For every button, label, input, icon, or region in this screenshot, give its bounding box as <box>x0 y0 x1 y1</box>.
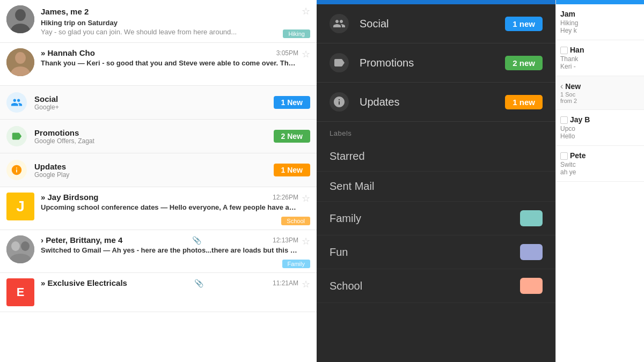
star-hannah[interactable]: ☆ <box>302 48 310 60</box>
sender-name-jay: » Jay Birdsong <box>41 193 99 202</box>
email-header-james: James, me 2 ☆ <box>41 5 310 17</box>
label-family-color <box>520 210 543 226</box>
label-icon <box>11 130 23 142</box>
mid-social-badge: 1 new <box>505 17 543 31</box>
star-jay[interactable]: ☆ <box>302 193 310 204</box>
social-category-sub: Google+ <box>34 104 274 111</box>
svg-point-8 <box>21 241 30 251</box>
right-sender-hannah: Han <box>570 46 584 54</box>
updates-new-badge: 1 New <box>274 164 310 176</box>
label-fun-color <box>520 244 543 260</box>
email-item-jay[interactable]: J » Jay Birdsong 12:26PM Upcoming school… <box>0 187 317 230</box>
tag-family-peter: Family <box>282 260 310 268</box>
middle-panel-header <box>317 0 555 4</box>
email-header-jay: » Jay Birdsong 12:26PM <box>41 193 298 202</box>
sender-name-hannah: » Hannah Cho <box>41 48 95 57</box>
mid-category-updates[interactable]: Updates 1 new <box>317 83 555 122</box>
checkbox-jay[interactable] <box>560 116 568 124</box>
category-info-updates: Updates Google Play <box>34 162 274 179</box>
chevron-left-icon: ‹ <box>560 82 563 91</box>
right-email-james[interactable]: Jam Hiking Hey k <box>556 4 644 40</box>
category-row-social[interactable]: Social Google+ 1 New <box>0 86 317 120</box>
mid-label-icon <box>333 56 346 69</box>
info-icon <box>11 164 23 176</box>
email-content-hannah: » Hannah Cho 3:05PM Thank you — Keri - s… <box>41 48 298 68</box>
promotions-category-icon <box>6 126 27 146</box>
label-fun[interactable]: Fun <box>317 235 555 269</box>
updates-category-name: Updates <box>34 162 274 171</box>
email-header-exclusive: » Exclusive Electricals 📎 11:21AM <box>41 278 298 287</box>
avatar-jay: J <box>6 193 34 220</box>
social-category-name: Social <box>34 94 274 104</box>
sender-name-james: James, me 2 <box>41 7 89 16</box>
label-school-name: School <box>330 280 520 292</box>
tag-hiking: Hiking <box>283 29 310 38</box>
mid-promotions-badge: 2 new <box>505 56 543 70</box>
updates-category-sub: Google Play <box>34 171 274 179</box>
svg-point-1 <box>15 9 26 21</box>
mid-updates-icon <box>330 92 349 112</box>
avatar-james <box>6 5 34 33</box>
people-icon <box>11 97 23 108</box>
email-item-james[interactable]: James, me 2 ☆ Hiking trip on Saturday Ya… <box>0 0 317 43</box>
category-row-updates[interactable]: Updates Google Play 1 New <box>0 153 317 187</box>
right-email-jay[interactable]: Jay B Upco Hello <box>556 110 644 146</box>
label-school[interactable]: School <box>317 269 555 303</box>
social-new-badge: 1 New <box>274 96 310 109</box>
category-info-promotions: Promotions Google Offers, Zagat <box>34 128 274 145</box>
label-school-color <box>520 278 543 294</box>
social-category-icon <box>6 92 27 113</box>
sender-name-peter: › Peter, Brittany, me 4 <box>41 235 122 245</box>
category-row-promotions[interactable]: Promotions Google Offers, Zagat 2 New <box>0 120 317 153</box>
right-new-label: New <box>565 82 581 91</box>
email-item-peter[interactable]: › Peter, Brittany, me 4 📎 12:13PM Switch… <box>0 230 317 273</box>
checkbox-peter[interactable] <box>560 152 568 160</box>
label-fun-name: Fun <box>330 246 520 258</box>
mid-promotions-name: Promotions <box>360 57 505 69</box>
right-new-section[interactable]: ‹ New 1 Soc from 2 <box>556 76 644 110</box>
label-starred[interactable]: Starred <box>317 142 555 172</box>
checkbox-hannah[interactable] <box>560 47 568 54</box>
email-content-james: James, me 2 ☆ Hiking trip on Saturday Ya… <box>41 5 310 36</box>
email-item-exclusive[interactable]: E » Exclusive Electricals 📎 11:21AM ☆ <box>0 273 317 312</box>
subject-peter: Switched to Gmail — Ah yes - here are th… <box>41 246 298 254</box>
mid-category-social[interactable]: Social 1 new <box>317 4 555 43</box>
right-new-sub-2: from 2 <box>560 98 640 104</box>
star-james[interactable]: ☆ <box>302 5 310 17</box>
label-starred-name: Starred <box>330 150 543 162</box>
labels-header: Labels <box>317 122 555 142</box>
preview-james: Yay - so glad you can join. We should le… <box>41 28 310 36</box>
star-peter[interactable]: ☆ <box>302 235 310 247</box>
star-exclusive[interactable]: ☆ <box>302 278 310 290</box>
right-panel: Jam Hiking Hey k Han Thank Keri - ‹ New … <box>555 0 644 362</box>
right-sender-jay: Jay B <box>570 115 590 124</box>
label-sentmail[interactable]: Sent Mail <box>317 172 555 202</box>
email-item-hannah[interactable]: » Hannah Cho 3:05PM Thank you — Keri - s… <box>0 43 317 86</box>
subject-jay: Upcoming school conference dates — Hello… <box>41 203 298 211</box>
right-email-hannah[interactable]: Han Thank Keri - <box>556 40 644 76</box>
label-family-name: Family <box>330 212 520 225</box>
category-info-social: Social Google+ <box>34 94 274 111</box>
right-preview-jay-1: Upco <box>560 125 640 132</box>
svg-point-4 <box>15 52 26 64</box>
label-sentmail-name: Sent Mail <box>330 180 543 193</box>
right-email-peter[interactable]: Pete Switc ah ye <box>556 146 644 182</box>
avatar-peter <box>6 235 34 263</box>
avatar-image-peter <box>6 235 34 263</box>
email-header-hannah: » Hannah Cho 3:05PM <box>41 48 298 57</box>
label-family[interactable]: Family <box>317 202 555 235</box>
time-jay: 12:26PM <box>273 194 298 201</box>
promotions-new-badge: 2 New <box>274 130 310 143</box>
avatar-image-hannah <box>6 48 34 76</box>
mid-updates-name: Updates <box>360 96 505 108</box>
mid-updates-badge: 1 new <box>505 95 543 109</box>
right-sender-peter: Pete <box>570 151 586 160</box>
mid-category-promotions[interactable]: Promotions 2 new <box>317 43 555 83</box>
mid-info-icon <box>333 95 346 108</box>
tag-school-jay: School <box>281 217 310 225</box>
promotions-category-sub: Google Offers, Zagat <box>34 137 274 145</box>
right-sender-james: Jam <box>560 10 640 18</box>
middle-panel: Social 1 new Promotions 2 new Updates 1 … <box>317 0 555 362</box>
time-hannah: 3:05PM <box>276 49 298 57</box>
email-content-peter: › Peter, Brittany, me 4 📎 12:13PM Switch… <box>41 235 298 255</box>
